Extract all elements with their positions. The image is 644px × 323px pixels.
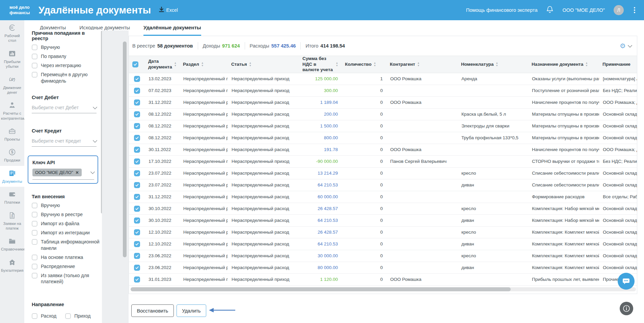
row-checkbox[interactable] (134, 182, 140, 188)
sort-icon[interactable]: ▲▼ (374, 62, 376, 67)
sort-icon[interactable]: ▲▼ (249, 62, 251, 67)
table-row[interactable]: 23.07.2022Нераспределенный рНераспределе… (129, 179, 637, 191)
reason-filter-option[interactable]: Вручную (32, 44, 102, 51)
table-row[interactable]: 13.02.2023Нераспределенный пНераспределе… (129, 73, 637, 85)
company-name[interactable]: ООО "МОЕ ДЕЛО" (562, 7, 605, 13)
direction-filter-option[interactable]: Расход (32, 313, 56, 319)
entry-type-filter-option[interactable]: Таблица информационной панели (32, 239, 102, 252)
row-checkbox[interactable] (134, 217, 140, 224)
row-checkbox[interactable] (134, 111, 140, 117)
checkbox-unchecked[interactable] (32, 313, 37, 319)
column-header[interactable]: Примечание (599, 56, 637, 73)
sidebar-item-bar-chart[interactable]: Прибыли убытки (0, 46, 24, 72)
row-checkbox[interactable] (134, 158, 140, 165)
table-row[interactable]: 07.02.2023Нераспределенный пНераспределе… (129, 85, 637, 97)
row-checkbox[interactable] (134, 194, 140, 200)
column-header[interactable]: Назначение документа▲▼ (528, 56, 599, 73)
sidebar-item-desktop[interactable]: Рабочий стол (0, 20, 24, 46)
sort-icon[interactable]: ▲▼ (336, 62, 338, 67)
checkbox-unchecked[interactable] (32, 239, 37, 245)
sidebar-item-briefcase[interactable]: Проекты (0, 124, 24, 145)
avatar[interactable]: Л (614, 5, 624, 15)
row-checkbox[interactable] (134, 170, 140, 176)
reason-filter-option[interactable]: По правилу (32, 53, 102, 60)
table-row[interactable]: 31.12.2022Нераспределенный рНераспределе… (129, 97, 637, 109)
reason-filter-option[interactable]: Через интеграцию (32, 62, 102, 69)
table-row[interactable]: 12.10.2022Нераспределенный рНераспределе… (129, 238, 637, 250)
checkbox-unchecked[interactable] (32, 221, 37, 227)
checkbox-unchecked[interactable] (32, 63, 37, 68)
table-settings-button[interactable]: ⚙ (620, 42, 632, 49)
delete-button[interactable]: Удалить (177, 304, 206, 317)
direction-filter-option[interactable]: Приход (65, 313, 90, 319)
table-row[interactable]: 08.12.2022Нераспределенный рНераспределе… (129, 132, 637, 144)
checkbox-unchecked[interactable] (32, 45, 37, 50)
api-key-select[interactable]: ООО "МОЕ ДЕЛО" ✕ (32, 169, 94, 180)
table-row[interactable]: 08.12.2022Нераспределенный рНераспределе… (129, 109, 637, 120)
table-row[interactable]: 17.10.2022Нераспределенный пНераспределе… (129, 156, 637, 168)
column-header[interactable]: Сумма без НДС в валюте учета▲▼ (299, 56, 342, 73)
tab-удалённые-документы[interactable]: Удалённые документы (143, 20, 201, 36)
sort-icon[interactable]: ▲▼ (174, 62, 177, 67)
bell-icon[interactable] (546, 5, 554, 15)
restore-button[interactable]: Восстановить (131, 304, 174, 317)
entry-type-filter-option[interactable]: На основе платежа (32, 254, 102, 261)
table-row[interactable]: 31.12.2022Нераспределенный рНераспределе… (129, 191, 637, 203)
credit-account-select[interactable]: Выберите счет Кредит (32, 138, 97, 147)
kebab-menu-icon[interactable] (633, 6, 637, 14)
expert-help-link[interactable]: Помощь финансового эксперта (466, 7, 538, 13)
sidebar-item-folder[interactable]: Справочники (0, 234, 24, 255)
row-checkbox[interactable] (134, 135, 140, 141)
checkbox-unchecked[interactable] (32, 273, 37, 278)
column-header[interactable]: Количество▲▼ (342, 56, 386, 73)
sidebar-item-ruble-cycle[interactable]: ₽Движение денег (0, 72, 24, 98)
column-header[interactable]: Дата документа▲▼ (145, 56, 180, 73)
row-checkbox[interactable] (134, 229, 140, 235)
row-checkbox[interactable] (134, 265, 140, 271)
sidebar-item-dollar-circle[interactable]: $Продажи (0, 145, 24, 166)
row-checkbox[interactable] (134, 253, 140, 259)
entry-type-filter-option[interactable]: Вручную в реестре (32, 211, 102, 218)
sidebar-item-payment-request[interactable]: $Заявки на платеж (0, 208, 24, 234)
sidebar-item-documents[interactable]: Документы (0, 166, 24, 187)
sort-icon[interactable]: ▲▼ (585, 62, 588, 67)
info-fab-button[interactable] (620, 302, 633, 315)
entry-type-filter-option[interactable]: Из заявки (только для платежей) (32, 272, 102, 285)
chat-fab-button[interactable] (618, 273, 635, 290)
entry-type-filter-option[interactable]: Импорт из интеграции (32, 230, 102, 236)
row-checkbox[interactable] (134, 206, 140, 212)
reason-filter-option[interactable]: Перемещён в другую финмодель (32, 71, 102, 84)
content-scrollbar[interactable] (123, 41, 127, 257)
sidebar-item-house[interactable]: Бухгалтерия (0, 255, 24, 276)
column-header[interactable]: Номенклатура▲▼ (458, 56, 528, 73)
table-row[interactable]: 30.10.2022Нераспределенный рНераспределе… (129, 215, 637, 227)
column-header[interactable]: Статья▲▼ (228, 56, 299, 73)
table-row[interactable]: 30.11.2022Нераспределенный рНераспределе… (129, 144, 637, 156)
checkbox-unchecked[interactable] (32, 72, 37, 78)
row-checkbox[interactable] (134, 88, 140, 94)
entry-type-filter-option[interactable]: Вручную (32, 202, 102, 209)
sort-icon[interactable]: ▲▼ (201, 62, 204, 67)
checkbox-unchecked[interactable] (32, 264, 37, 269)
sidebar-item-wallet[interactable]: Платежи (0, 187, 24, 208)
debit-account-select[interactable]: Выберите счет Дебет (32, 105, 97, 113)
row-checkbox[interactable] (134, 123, 140, 129)
table-row[interactable]: 12.10.2022Нераспределенный рНераспределе… (129, 227, 637, 238)
horizontal-scrollbar-thumb[interactable] (131, 287, 511, 291)
sidebar-item-person[interactable]: Расчеты с контрагентами (0, 98, 24, 124)
horizontal-scrollbar[interactable] (131, 287, 636, 291)
checkbox-unchecked[interactable] (32, 54, 37, 59)
select-all-checkbox[interactable] (132, 61, 138, 67)
app-logo[interactable]: моё дело финансы (0, 5, 37, 15)
sort-icon[interactable]: ▲▼ (417, 62, 420, 67)
excel-export-button[interactable]: Excel (159, 6, 178, 14)
table-row[interactable]: 08.12.2022Нераспределенный рНераспределе… (129, 120, 637, 132)
checkbox-unchecked[interactable] (32, 203, 37, 208)
table-row[interactable]: 30.10.2022Нераспределенный рНераспределе… (129, 203, 637, 215)
table-row[interactable]: 23.06.2022Нераспределенный рНераспределе… (129, 250, 637, 262)
row-checkbox[interactable] (134, 99, 140, 106)
column-header[interactable]: Раздел▲▼ (180, 56, 228, 73)
table-row[interactable]: 23.07.2022Нераспределенный рНераспределе… (129, 168, 637, 179)
sort-icon[interactable]: ▲▼ (496, 62, 498, 67)
row-checkbox[interactable] (134, 147, 140, 153)
